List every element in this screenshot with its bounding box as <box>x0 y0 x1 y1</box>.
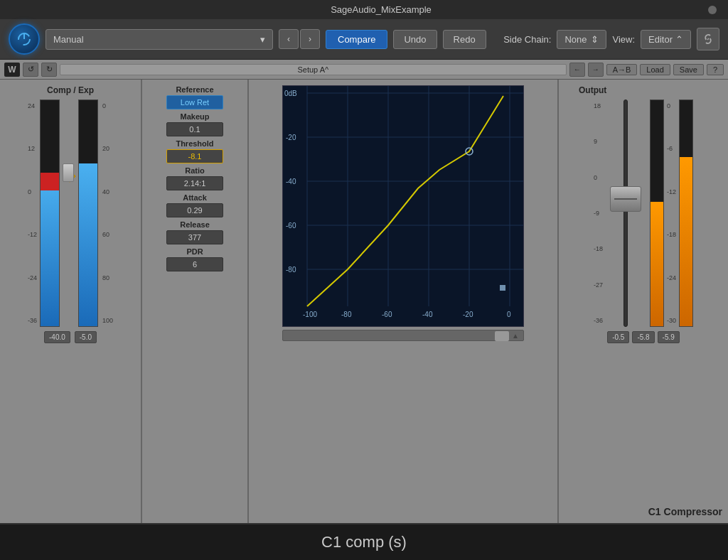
transfer-graph: 0dB -20 -40 -60 -80 -100 -80 -60 -40 -20… <box>283 86 524 327</box>
traffic-light[interactable] <box>708 6 717 14</box>
comp-right-scale: 0 20 40 60 80 100 <box>102 99 113 327</box>
rscale-80: 80 <box>102 274 113 281</box>
load-button[interactable]: Load <box>640 64 670 75</box>
fader-track-container[interactable] <box>610 99 641 327</box>
output-fader[interactable]: 18 9 0 -9 -18 -27 -36 <box>594 99 604 327</box>
right-panel: Output 18 9 0 -9 -18 -27 -36 <box>557 80 728 523</box>
svg-text:0dB: 0dB <box>284 90 297 97</box>
rs-m18: -18 <box>667 231 676 238</box>
ab-button[interactable]: A→B <box>606 64 638 75</box>
output-title: Output <box>579 85 606 95</box>
toolbar-undo-button[interactable]: ↺ <box>23 63 38 77</box>
ratio-value[interactable]: 2.14:1 <box>166 176 223 190</box>
nav-back-button[interactable]: ‹ <box>279 29 299 49</box>
dropdown-arrow: ▾ <box>260 34 265 45</box>
nav-forward-button[interactable]: › <box>300 29 320 49</box>
link-button[interactable] <box>697 28 719 50</box>
side-chain-arrows: ⇕ <box>591 34 599 45</box>
comp-meter1 <box>40 99 60 327</box>
makeup-group: Makeup 0.1 <box>148 112 242 136</box>
middle-panel: Reference Low Ret Makeup 0.1 Threshold -… <box>142 80 249 523</box>
power-icon <box>16 31 32 47</box>
svg-text:-80: -80 <box>286 266 296 274</box>
view-value: Editor <box>648 34 673 45</box>
meter1-container <box>40 99 60 327</box>
side-chain-select[interactable]: None ⇕ <box>557 30 606 49</box>
os-m36: -36 <box>594 317 603 324</box>
side-chain-label: Side Chain: <box>503 34 551 45</box>
svg-text:-20: -20 <box>463 311 473 318</box>
pdr-group: PDR 6 <box>148 247 242 271</box>
bottom-label: C1 comp (s) <box>321 533 407 551</box>
output-value1: -0.5 <box>607 331 629 343</box>
power-button[interactable] <box>9 23 40 55</box>
rscale-20: 20 <box>102 145 113 152</box>
makeup-value[interactable]: 0.1 <box>166 122 223 136</box>
setup-label: Setup A^ <box>60 64 567 75</box>
output-value2: -5.8 <box>632 331 654 343</box>
link-icon <box>702 33 714 45</box>
svg-text:-40: -40 <box>286 178 296 185</box>
output-values-row: -0.5 -5.8 -5.9 <box>607 331 680 343</box>
release-value[interactable]: 377 <box>166 230 223 244</box>
meter1-value: -40.0 <box>44 331 70 343</box>
os-m9: -9 <box>594 210 603 217</box>
toolbar-redo-button[interactable]: ↻ <box>41 63 57 77</box>
attack-value[interactable]: 0.29 <box>166 203 223 217</box>
help-button[interactable]: ? <box>707 64 724 75</box>
compare-button[interactable]: Compare <box>326 30 387 49</box>
undo-button[interactable]: Undo <box>393 30 437 49</box>
plugin-body: Comp / Exp 24 12 0 -12 -24 -36 <box>0 80 728 523</box>
fader-knob-line <box>614 198 637 200</box>
view-label: View: <box>612 34 635 45</box>
fader-knob[interactable] <box>610 186 641 212</box>
view-select[interactable]: Editor ⌃ <box>641 30 691 49</box>
svg-text:0: 0 <box>507 311 511 318</box>
graph-scrollbar[interactable]: ▲ <box>282 330 524 341</box>
window-title: SageAudio_MixExample <box>54 4 708 15</box>
output-meter2-col <box>679 99 693 327</box>
preset-dropdown[interactable]: Manual ▾ <box>46 29 273 50</box>
reference-button[interactable]: Low Ret <box>166 95 223 109</box>
rscale-0: 0 <box>102 102 113 109</box>
rs-m24: -24 <box>667 274 676 281</box>
output-scale-left: 18 9 0 -9 -18 -27 -36 <box>594 99 603 327</box>
nav-group: ‹ › <box>279 29 320 49</box>
title-bar: SageAudio_MixExample <box>0 0 728 19</box>
rs-m12: -12 <box>667 188 676 195</box>
setup-arrow-right-button[interactable]: → <box>588 63 604 77</box>
attack-label: Attack <box>183 193 207 202</box>
release-group: Release 377 <box>148 220 242 244</box>
meter2-container <box>78 99 98 327</box>
reference-label: Reference <box>176 85 213 94</box>
output-meter1-col <box>650 99 664 327</box>
release-label: Release <box>180 220 210 229</box>
save-button[interactable]: Save <box>673 64 704 75</box>
threshold-value[interactable]: -8.1 <box>166 149 223 163</box>
scale-12: 12 <box>28 145 37 152</box>
rscale-40: 40 <box>102 188 113 195</box>
redo-button[interactable]: Redo <box>443 30 486 49</box>
setup-arrow-left-button[interactable]: ← <box>569 63 585 77</box>
comp-fader-handle[interactable] <box>63 163 74 182</box>
graph-canvas[interactable]: 0dB -20 -40 -60 -80 -100 -80 -60 -40 -20… <box>282 85 524 327</box>
svg-text:-20: -20 <box>286 134 296 141</box>
os-m18: -18 <box>594 245 603 252</box>
fader-track-bar <box>623 99 628 327</box>
os-18: 18 <box>594 102 603 109</box>
bottom-bar: C1 comp (s) <box>0 523 728 560</box>
host-bar: Manual ▾ ‹ › Compare Undo Redo Side Chai… <box>0 19 728 60</box>
threshold-label: Threshold <box>176 139 213 148</box>
scrollbar-icon: ▲ <box>512 332 519 340</box>
comp-exp-title: Comp / Exp <box>47 85 94 95</box>
threshold-group: Threshold -8.1 <box>148 139 242 163</box>
pdr-value[interactable]: 6 <box>166 257 223 271</box>
view-arrow: ⌃ <box>675 34 683 45</box>
view-group: View: Editor ⌃ <box>612 28 719 50</box>
scale-m24: -24 <box>28 274 37 281</box>
ratio-group: Ratio 2.14:1 <box>148 166 242 190</box>
rs-m30: -30 <box>667 317 676 324</box>
scrollbar-thumb[interactable] <box>495 331 509 341</box>
svg-rect-26 <box>500 285 505 291</box>
svg-text:-60: -60 <box>286 222 296 230</box>
